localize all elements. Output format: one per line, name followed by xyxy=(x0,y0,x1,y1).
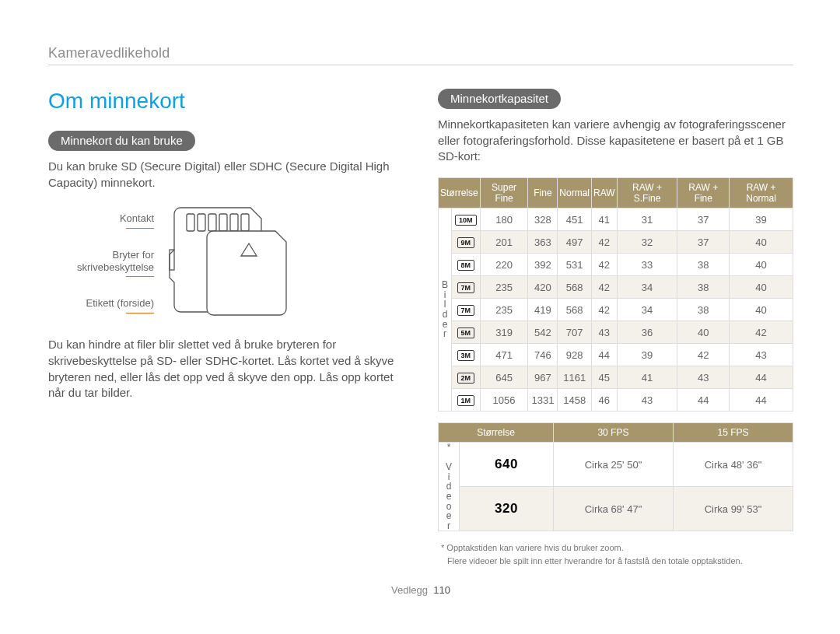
table-row: 7M23542056842343840 xyxy=(439,276,793,299)
size-cell: 7M xyxy=(452,276,481,299)
data-cell: 42 xyxy=(730,321,793,344)
data-cell: 40 xyxy=(730,299,793,321)
svg-rect-5 xyxy=(241,214,249,231)
col-header: RAW + Normal xyxy=(730,178,793,208)
table-row: 320Cirka 68' 47"Cirka 99' 53" xyxy=(439,487,793,531)
intro-paragraph-2: Du kan hindre at filer blir slettet ved … xyxy=(48,337,404,401)
left-column: Om minnekort Minnekort du kan bruke Du k… xyxy=(48,89,404,567)
page-number: 110 xyxy=(433,584,450,596)
sd-label-switch: Bryter forskrivebeskyttelse xyxy=(53,249,154,277)
svg-rect-3 xyxy=(219,214,227,231)
data-cell: 220 xyxy=(480,254,528,276)
data-cell: 31 xyxy=(617,208,677,231)
two-column-layout: Om minnekort Minnekort du kan bruke Du k… xyxy=(48,89,793,567)
col-header: Fine xyxy=(528,178,558,208)
table-row: 3M47174692844394243 xyxy=(439,344,793,366)
data-cell: 392 xyxy=(528,254,558,276)
col-size: Størrelse xyxy=(439,423,554,443)
size-cell: 9M xyxy=(452,231,481,254)
sd-label-contact: Kontakt xyxy=(53,212,154,229)
col-header: RAW + S.Fine xyxy=(617,178,677,208)
data-cell: 1458 xyxy=(558,389,592,412)
data-cell: Cirka 25' 50" xyxy=(553,443,673,487)
right-column: Minnekortkapasitet Minnekortkapasiteten … xyxy=(438,89,793,567)
data-cell: 235 xyxy=(480,276,528,299)
table-row: 8M22039253142333840 xyxy=(439,254,793,276)
footnote-2: Flere videoer ble spilt inn etter hveran… xyxy=(441,555,793,567)
table-row: 5M31954270743364042 xyxy=(439,321,793,344)
data-cell: 41 xyxy=(617,366,677,389)
data-cell: 45 xyxy=(592,366,618,389)
data-cell: 42 xyxy=(592,276,618,299)
data-cell: 451 xyxy=(558,208,592,231)
data-cell: 42 xyxy=(677,344,730,366)
col-header: 30 FPS xyxy=(553,423,673,443)
capacity-intro: Minnekortkapasiteten kan variere avhengi… xyxy=(438,117,793,165)
page-footer: Vedlegg 110 xyxy=(48,584,793,596)
data-cell: 1331 xyxy=(528,389,558,412)
sd-label-front: Etikett (forside) xyxy=(53,297,154,313)
data-cell: 43 xyxy=(730,344,793,366)
data-cell: 32 xyxy=(617,231,677,254)
data-cell: 36 xyxy=(617,321,677,344)
data-cell: 420 xyxy=(528,276,558,299)
size-cell: 5M xyxy=(452,321,481,344)
sd-label-column: Kontakt Bryter forskrivebeskyttelse Etik… xyxy=(53,203,154,313)
data-cell: 43 xyxy=(677,366,730,389)
size-cell: 3M xyxy=(452,344,481,366)
data-cell: 967 xyxy=(528,366,558,389)
data-cell: 44 xyxy=(677,389,730,412)
data-cell: 363 xyxy=(528,231,558,254)
svg-rect-4 xyxy=(230,214,238,231)
image-capacity-table: StørrelseSuper FineFineNormalRAWRAW + S.… xyxy=(438,177,793,412)
data-cell: 201 xyxy=(480,231,528,254)
section-header: Kameravedlikehold xyxy=(48,45,793,65)
footer-section: Vedlegg xyxy=(391,584,428,596)
data-cell: Cirka 48' 36" xyxy=(673,443,793,487)
data-cell: 39 xyxy=(617,344,677,366)
row-group-label-videos: * Videoer xyxy=(439,443,460,531)
data-cell: 38 xyxy=(677,299,730,321)
subheading-1: Minnekort du kan bruke xyxy=(48,131,195,151)
data-cell: 707 xyxy=(558,321,592,344)
data-cell: 319 xyxy=(480,321,528,344)
data-cell: Cirka 99' 53" xyxy=(673,487,793,531)
data-cell: 180 xyxy=(480,208,528,231)
data-cell: 1056 xyxy=(480,389,528,412)
col-header: Super Fine xyxy=(480,178,528,208)
data-cell: 497 xyxy=(558,231,592,254)
data-cell: 40 xyxy=(730,276,793,299)
size-cell: 7M xyxy=(452,299,481,321)
data-cell: 41 xyxy=(592,208,618,231)
data-cell: 40 xyxy=(730,254,793,276)
subheading-2: Minnekortkapasitet xyxy=(438,89,561,109)
divider xyxy=(48,65,793,65)
data-cell: 46 xyxy=(592,389,618,412)
intro-paragraph-1: Du kan bruke SD (Secure Digital) eller S… xyxy=(48,159,404,191)
size-cell: 10M xyxy=(452,208,481,231)
svg-rect-1 xyxy=(198,214,205,231)
col-size: Størrelse xyxy=(439,178,481,208)
sd-card-icon xyxy=(165,203,297,320)
size-cell: 8M xyxy=(452,254,481,276)
data-cell: Cirka 68' 47" xyxy=(553,487,673,531)
video-capacity-table: Størrelse30 FPS15 FPS * Videoer640Cirka … xyxy=(438,422,793,531)
data-cell: 38 xyxy=(677,276,730,299)
data-cell: 471 xyxy=(480,344,528,366)
data-cell: 40 xyxy=(677,321,730,344)
data-cell: 1161 xyxy=(558,366,592,389)
data-cell: 928 xyxy=(558,344,592,366)
sd-card-diagram: Kontakt Bryter forskrivebeskyttelse Etik… xyxy=(53,203,404,320)
data-cell: 43 xyxy=(617,389,677,412)
table-row: 2M645967116145414344 xyxy=(439,366,793,389)
data-cell: 568 xyxy=(558,299,592,321)
data-cell: 34 xyxy=(617,276,677,299)
data-cell: 235 xyxy=(480,299,528,321)
data-cell: 44 xyxy=(592,344,618,366)
table-row: Bilder10M18032845141313739 xyxy=(439,208,793,231)
data-cell: 39 xyxy=(730,208,793,231)
data-cell: 44 xyxy=(730,389,793,412)
table-row: 1M10561331145846434444 xyxy=(439,389,793,412)
table-row: 7M23541956842343840 xyxy=(439,299,793,321)
data-cell: 42 xyxy=(592,299,618,321)
